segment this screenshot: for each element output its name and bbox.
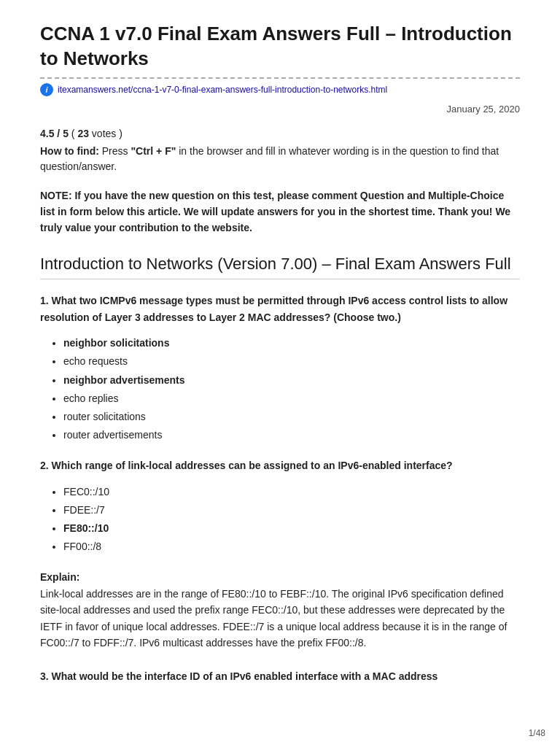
breadcrumb-link[interactable]: itexamanswers.net/ccna-1-v7-0-final-exam…: [58, 85, 387, 95]
breadcrumb: itexamanswers.net/ccna-1-v7-0-final-exam…: [40, 83, 520, 96]
how-to-find: How to find: Press "Ctrl + F" in the bro…: [40, 144, 520, 174]
note-block: NOTE: If you have the new question on th…: [40, 187, 520, 236]
question-3-text: 3. What would be the interface ID of an …: [40, 668, 520, 684]
rating-votes: ( 23 votes ): [71, 128, 122, 139]
explain-block-2: Explain: Link-local addresses are in the…: [40, 569, 520, 651]
list-item: FF00::/8: [63, 538, 520, 556]
page-title: CCNA 1 v7.0 Final Exam Answers Full – In…: [40, 22, 520, 71]
question-2: 2. Which range of link-local addresses c…: [40, 457, 520, 651]
how-to-find-label: How to find:: [40, 145, 99, 157]
list-item: router solicitations: [63, 408, 520, 426]
section-divider: [40, 279, 520, 279]
page-number: 1/48: [529, 728, 545, 738]
question-1-answers: neighbor solicitations echo requests nei…: [40, 334, 520, 444]
list-item: echo replies: [63, 390, 520, 408]
explain-label: Explain:: [40, 571, 79, 583]
shortcut-key: "Ctrl + F": [131, 145, 176, 157]
rating-row: 4.5 / 5 ( 23 votes ): [40, 128, 520, 139]
title-divider: [40, 77, 520, 79]
list-item: FDEE::/7: [63, 501, 520, 519]
question-1: 1. What two ICMPv6 message types must be…: [40, 293, 520, 444]
question-1-text: 1. What two ICMPv6 message types must be…: [40, 293, 520, 325]
date-display: January 25, 2020: [40, 104, 520, 115]
question-2-text: 2. Which range of link-local addresses c…: [40, 457, 520, 473]
site-icon: [40, 83, 53, 96]
question-3: 3. What would be the interface ID of an …: [40, 668, 520, 684]
list-item: FEC0::/10: [63, 483, 520, 501]
list-item: FE80::/10: [63, 519, 520, 538]
explain-text: Link-local addresses are in the range of…: [40, 588, 507, 649]
question-2-answers: FEC0::/10 FDEE::/7 FE80::/10 FF00::/8: [40, 483, 520, 557]
list-item: neighbor advertisements: [63, 371, 520, 390]
rating-score: 4.5 / 5: [40, 128, 69, 139]
list-item: neighbor solicitations: [63, 334, 520, 352]
section-title: Introduction to Networks (Version 7.00) …: [40, 254, 520, 275]
list-item: echo requests: [63, 352, 520, 371]
list-item: router advertisements: [63, 426, 520, 444]
